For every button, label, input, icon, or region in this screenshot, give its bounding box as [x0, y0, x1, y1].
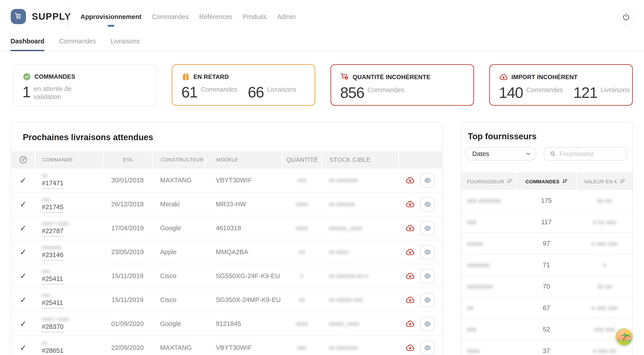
stock-cible-redacted: xxxxxx_xxxx [329, 225, 362, 232]
download-button[interactable] [405, 247, 415, 257]
tab-commandes[interactable]: Commandes [59, 38, 96, 51]
supplier-name-redacted: xxxxxxx [42, 244, 62, 250]
suppliers-controls: Dates [465, 147, 627, 160]
supplier-search[interactable] [544, 147, 627, 160]
cloud-download-icon [499, 72, 508, 82]
sub-tabs: Dashboard Commandes Livraisons [0, 38, 644, 51]
island-emoji-badge[interactable] [616, 328, 633, 346]
modele-cell: VBYT30WIF [204, 168, 282, 192]
delivery-row: ✓ xxxxxxx #23146 23/05/2019 Apple MMQA2B… [12, 240, 442, 264]
topbar: SUPPLY Approvisionnement Commandes Référ… [0, 0, 644, 34]
supplier-name-redacted: xxxxxxxx [467, 283, 493, 290]
card-en-retard[interactable]: EN RETARD 61 Commandes 66 Livraisons [172, 64, 315, 106]
check-icon: ✓ [20, 200, 26, 209]
quantite-redacted: xxxx [296, 320, 308, 327]
nav-item-commandes[interactable]: Commandes [152, 13, 188, 20]
supplier-value-redacted: x xx xxx [593, 218, 616, 226]
brand-name: SUPPLY [32, 11, 71, 22]
eye-icon [424, 248, 431, 256]
sort-desc-icon [620, 178, 626, 184]
view-button[interactable] [420, 293, 435, 307]
col-valeur-sort[interactable]: VALEUR EN € [577, 172, 632, 190]
stock-cible-redacted: xx-xxxxx-xxx [329, 296, 363, 303]
download-button[interactable] [405, 176, 415, 185]
order-number-link[interactable]: #25411 [42, 275, 63, 284]
supplier-row: xxx 52 xxx xxx [461, 319, 632, 340]
download-button[interactable] [405, 271, 415, 281]
quantite-redacted: x [300, 272, 304, 279]
col-actions [398, 151, 442, 168]
constructeur-cell: Cisco [152, 264, 204, 288]
supplier-name-redacted: xx [42, 340, 48, 346]
download-button[interactable] [405, 295, 415, 305]
supplier-search-input[interactable] [560, 150, 622, 158]
supplier-commandes-count: 71 [516, 254, 577, 276]
tab-dashboard[interactable]: Dashboard [10, 38, 44, 51]
delivery-row: ✓ xx #28651 22/09/2020 MAXTANG VBYT30WIF… [12, 336, 442, 355]
view-button[interactable] [420, 173, 435, 188]
order-number-link[interactable]: #21745 [42, 204, 64, 213]
modele-cell: MMQA2BA [204, 240, 282, 264]
check-icon: ✓ [20, 248, 26, 257]
quantite-redacted: xxx [298, 344, 306, 351]
import-livraisons-value: 121 [573, 85, 597, 100]
check-icon: ✓ [20, 272, 26, 280]
view-button[interactable] [420, 269, 435, 283]
deliveries-panel: Prochaines livraisons attendues COMMANDE… [11, 122, 443, 355]
constructeur-cell: Meraki [152, 192, 204, 216]
cloud-download-icon [405, 200, 415, 209]
download-button[interactable] [405, 319, 415, 329]
supplier-row: xxxxxxx 71 x [461, 254, 632, 276]
check-icon: ✓ [20, 295, 26, 304]
nav-item-references[interactable]: Références [199, 13, 232, 20]
suppliers-header-row: FOURNISSEUR COMMANDES VALEUR EN € [461, 172, 632, 190]
order-number-link[interactable]: #25411 [42, 299, 63, 308]
order-number-link[interactable]: #23146 [42, 251, 64, 261]
order-number-link[interactable]: #17471 [42, 180, 64, 189]
supplier-value-redacted: x xxx xxx [592, 304, 618, 312]
constructeur-cell: Apple [152, 240, 204, 264]
col-modele: MODÈLE [204, 151, 282, 168]
nav-item-approvisionnement[interactable]: Approvisionnement [80, 13, 141, 20]
card-commandes[interactable]: COMMANDES 1 en attente de validation [13, 64, 156, 106]
supplier-name-redacted: xxx [42, 292, 50, 298]
eta-cell: 26/12/2018 [103, 192, 152, 216]
col-fournisseur-sort[interactable]: FOURNISSEUR [461, 172, 516, 190]
order-number-link[interactable]: #28370 [42, 323, 64, 332]
supplier-value-redacted: x [603, 261, 606, 268]
retard-livraisons-value: 66 [248, 84, 264, 100]
nav-item-admin[interactable]: Admin [277, 13, 296, 20]
stock-cible-redacted: xx-xxxxxx-xx-x [329, 272, 368, 279]
order-number-link[interactable]: #28651 [42, 347, 64, 355]
supplier-commandes-count: 175 [516, 190, 577, 212]
download-button[interactable] [405, 223, 415, 233]
col-eta: ETA [103, 151, 152, 168]
retard-commandes-unit: Commandes [201, 86, 238, 100]
view-button[interactable] [420, 341, 435, 355]
constructeur-cell: Cisco [152, 288, 204, 312]
download-button[interactable] [405, 200, 415, 209]
view-button[interactable] [420, 245, 435, 259]
col-commandes-sort[interactable]: COMMANDES [516, 172, 577, 190]
logout-button[interactable] [618, 10, 634, 24]
nav-item-produits[interactable]: Produits [243, 13, 266, 20]
import-commandes-value: 140 [499, 85, 523, 100]
modele-cell: MR33-HW [204, 192, 282, 216]
supplier-commandes-count: 70 [516, 276, 577, 297]
card-quantite-incoherente[interactable]: QUANTITÉ INCOHÉRENTE 856 Commandes [330, 64, 474, 106]
order-number-link[interactable]: #22787 [42, 227, 64, 237]
tab-livraisons[interactable]: Livraisons [111, 38, 140, 51]
view-button[interactable] [420, 197, 435, 212]
quantite-commandes-unit: Commandes [368, 86, 404, 100]
card-commandes-value: 1 [22, 84, 30, 101]
view-button[interactable] [420, 317, 435, 331]
quantite-redacted: xxxx [296, 201, 308, 208]
card-import-incoherent[interactable]: IMPORT INCOHÉRENT 140 Commandes 121 Livr… [489, 64, 633, 106]
search-icon [550, 151, 556, 157]
deliveries-table: COMMANDE ETA CONSTRUCTEUR MODÈLE QUANTIT… [12, 151, 442, 355]
view-button[interactable] [420, 221, 435, 236]
download-button[interactable] [405, 343, 415, 353]
card-quantite-label: QUANTITÉ INCOHÉRENTE [353, 74, 430, 81]
supplier-commandes-count: 117 [516, 212, 577, 233]
dates-filter-select[interactable]: Dates [465, 147, 537, 160]
